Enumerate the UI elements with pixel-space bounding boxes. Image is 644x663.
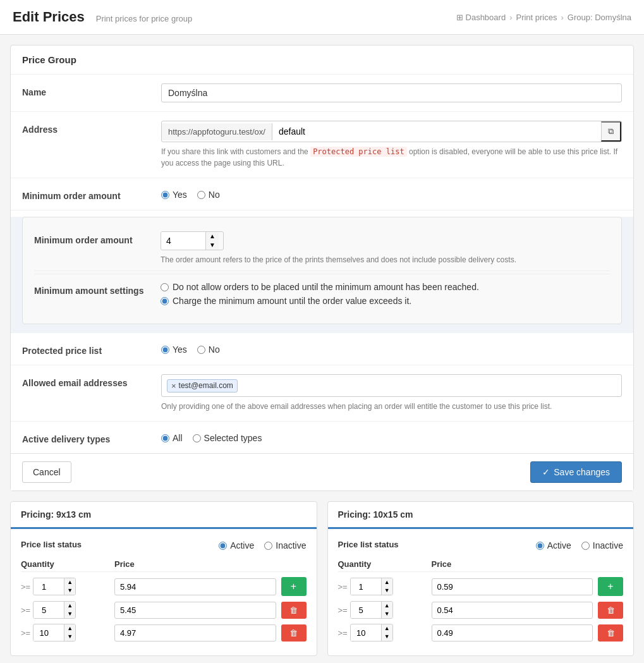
pricing-9x13-qty-input-2[interactable] [33, 625, 64, 641]
delivery-selected-option[interactable]: Selected types [193, 433, 262, 443]
cancel-button[interactable]: Cancel [22, 461, 71, 483]
pricing-9x13-qty-down-2[interactable]: ▼ [64, 633, 75, 641]
email-tag-text-input[interactable] [240, 380, 351, 391]
pricing-9x13-inactive-option[interactable]: Inactive [264, 540, 306, 550]
min-order-amount-input-wrap: ▲ ▼ [161, 231, 224, 250]
pricing-10x15-body: Price list status Active Inactive Quant [328, 529, 634, 655]
pricing-9x13-price-input-1[interactable] [114, 602, 276, 619]
pricing-10x15-price-input-1[interactable] [432, 602, 593, 619]
name-label: Name [22, 83, 161, 97]
delivery-all-option[interactable]: All [161, 433, 183, 443]
pricing-9x13-delete-button-1[interactable]: 🗑 [281, 602, 307, 619]
pricing-10x15-qty-up-1[interactable]: ▲ [382, 602, 392, 610]
min-setting-option1-radio[interactable] [161, 283, 169, 291]
email-tag-input[interactable]: × test@email.com [161, 374, 622, 397]
protected-label: Protected price list [22, 342, 161, 356]
pricing-10x15-qty-0: >= ▲ ▼ [338, 578, 427, 595]
protected-price-list-highlight: Protected price list [310, 147, 407, 157]
pricing-9x13-active-radio[interactable] [219, 542, 227, 550]
min-order-yes-option[interactable]: Yes [161, 190, 187, 200]
dashboard-icon: ⊞ [456, 13, 463, 22]
pricing-9x13-table-header: Quantity Price [21, 559, 307, 572]
pricing-10x15-add-button[interactable]: + [598, 577, 623, 596]
pricing-9x13-add-button[interactable]: + [281, 577, 307, 596]
pricing-10x15-qty-down-0[interactable]: ▼ [382, 587, 392, 595]
min-order-no-radio[interactable] [197, 191, 205, 199]
pricing-10x15-qty-input-1[interactable] [351, 602, 381, 618]
protected-yes-radio[interactable] [161, 346, 169, 354]
min-order-yes-radio[interactable] [161, 191, 169, 199]
protected-control: Yes No [161, 342, 622, 355]
min-setting-option2-wrap: Charge the minimum amount until the orde… [161, 296, 610, 306]
pricing-9x13-row-0: >= ▲ ▼ + [21, 577, 307, 596]
pricing-9x13-qty-2: >= ▲ ▼ [21, 624, 109, 642]
pricing-10x15-qty-input-2[interactable] [351, 625, 381, 641]
pricing-9x13-title: Pricing: 9x13 cm [11, 502, 317, 529]
pricing-9x13-price-input-0[interactable] [114, 578, 276, 595]
address-input[interactable] [272, 123, 601, 140]
pricing-9x13-delete-button-2[interactable]: 🗑 [281, 624, 307, 642]
delivery-selected-radio[interactable] [193, 434, 201, 442]
min-order-no-option[interactable]: No [197, 190, 220, 200]
pricing-10x15-delete-button-2[interactable]: 🗑 [598, 624, 623, 642]
pricing-10x15-price-input-0[interactable] [432, 578, 593, 595]
pricing-10x15-op-1: >= [338, 605, 348, 615]
address-row: Address https://appfotoguru.test/ox/ ⧉ I… [11, 112, 633, 178]
pricing-9x13-inactive-label: Inactive [276, 540, 306, 550]
protected-no-radio[interactable] [197, 346, 205, 354]
pricing-10x15-row-1: >= ▲ ▼ 🗑 [338, 601, 624, 619]
pricing-9x13-price-input-2[interactable] [114, 624, 276, 642]
pricing-10x15-inactive-radio[interactable] [581, 542, 590, 550]
pricing-9x13-qty-up-2[interactable]: ▲ [64, 624, 75, 633]
min-order-amount-input[interactable] [161, 232, 205, 250]
pricing-9x13-active-option[interactable]: Active [219, 540, 254, 550]
pricing-10x15-qty-up-0[interactable]: ▲ [382, 578, 392, 587]
protected-yes-option[interactable]: Yes [161, 344, 187, 355]
pricing-9x13-qty-down-0[interactable]: ▼ [64, 587, 75, 595]
pricing-9x13-status-label: Price list status [21, 540, 82, 549]
pricing-10x15-active-option[interactable]: Active [536, 540, 571, 550]
pricing-10x15-inactive-option[interactable]: Inactive [581, 540, 623, 550]
delivery-row: Active delivery types All Selected types [11, 422, 633, 453]
pricing-10x15-qty-down-1[interactable]: ▼ [382, 610, 392, 618]
name-input[interactable] [161, 83, 622, 102]
pricing-9x13-qty-input-0[interactable] [33, 579, 64, 595]
pricing-10x15-qty-up-2[interactable]: ▲ [382, 624, 392, 633]
pricing-9x13-inactive-radio[interactable] [264, 542, 272, 550]
pricing-9x13-row-2: >= ▲ ▼ 🗑 [21, 624, 307, 642]
address-label: Address [22, 121, 161, 135]
address-control: https://appfotoguru.test/ox/ ⧉ If you sh… [161, 121, 622, 169]
pricing-10x15-active-radio[interactable] [536, 542, 544, 550]
delivery-selected-label: Selected types [204, 433, 262, 443]
pricing-10x15-active-label: Active [547, 540, 571, 550]
pricing-10x15-qty-down-2[interactable]: ▼ [382, 633, 392, 641]
pricing-9x13-op-2: >= [21, 628, 30, 638]
email-tag-remove[interactable]: × [171, 381, 176, 391]
pricing-9x13-qty-0: >= ▲ ▼ [21, 578, 109, 595]
min-order-amount-label: Minimum order amount [34, 231, 161, 245]
breadcrumb-sep2: › [561, 13, 564, 22]
delivery-all-radio[interactable] [161, 434, 169, 442]
copy-address-button[interactable]: ⧉ [601, 121, 621, 142]
min-order-row: Minimum order amount Yes No [11, 178, 633, 210]
protected-no-option[interactable]: No [197, 344, 220, 355]
pricing-9x13-qty-up-0[interactable]: ▲ [64, 578, 75, 587]
min-order-amount-up[interactable]: ▲ [206, 232, 219, 241]
pricing-9x13-qty-up-1[interactable]: ▲ [64, 602, 75, 610]
min-setting-option2-radio[interactable] [161, 297, 169, 305]
page-title: Edit Prices [13, 9, 85, 25]
pricing-10x15-price-input-2[interactable] [432, 624, 593, 642]
name-control [161, 83, 622, 102]
save-button[interactable]: ✓ Save changes [530, 461, 622, 483]
pricing-10x15-qty-wrap-0: ▲ ▼ [350, 578, 393, 595]
pricing-10x15-qty-input-0[interactable] [351, 579, 381, 595]
pricing-9x13-qty-down-1[interactable]: ▼ [64, 610, 75, 618]
pricing-9x13-qty-input-1[interactable] [33, 602, 64, 618]
pricing-9x13-qty-spinners-1: ▲ ▼ [64, 602, 75, 618]
pricing-9x13-qty-1: >= ▲ ▼ [21, 601, 109, 619]
pricing-9x13-op-1: >= [21, 605, 30, 615]
pricing-9x13-active-label: Active [230, 540, 254, 550]
min-order-amount-down[interactable]: ▼ [206, 241, 219, 250]
pricing-10x15-delete-button-1[interactable]: 🗑 [598, 602, 623, 619]
email-control: × test@email.com Only providing one of t… [161, 374, 622, 412]
